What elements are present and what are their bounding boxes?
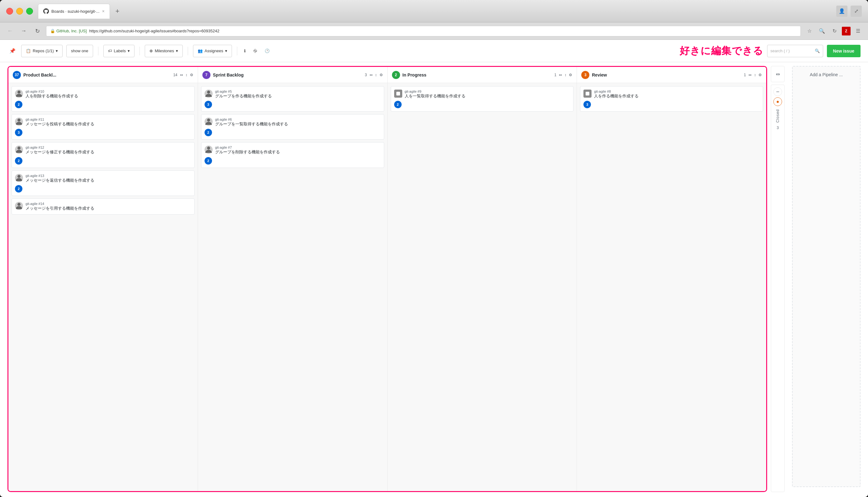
add-pipeline-column[interactable]: Add a Pipeline ... xyxy=(792,66,860,487)
svg-rect-0 xyxy=(396,92,400,96)
chevron-down-icon-2: ▾ xyxy=(128,48,130,53)
maximize-window-button[interactable] xyxy=(26,8,33,15)
address-actions: ☆ 🔍 ↻ Z ☰ xyxy=(804,26,863,36)
github-icon xyxy=(43,9,49,14)
issue-title-6: グループを一覧取得する機能を作成する xyxy=(215,121,381,127)
avatar-9 xyxy=(394,89,402,98)
column-body-sprint-backlog: git-agile #5 グループを作る機能を作成する 3 xyxy=(198,83,387,491)
col-settings-icon-1[interactable]: ⚙ xyxy=(190,73,193,77)
priority-badge-10: 2 xyxy=(15,101,23,108)
col-settings-icon-4[interactable]: ⚙ xyxy=(758,73,762,77)
milestones-button[interactable]: ⊕ Milestones ▾ xyxy=(145,45,183,57)
issue-card-6[interactable]: git-agile #6 グループを一覧取得する機能を作成する 2 xyxy=(201,114,384,140)
tab-title: Boards · suzuki-hoge/git-... xyxy=(51,9,100,14)
col-expand-icon-1[interactable]: ⇔ xyxy=(180,73,183,77)
repos-label: Repos (1/1) xyxy=(33,48,54,53)
issue-repo-5: git-agile #5 xyxy=(215,89,381,93)
col-settings-icon-3[interactable]: ⚙ xyxy=(569,73,572,77)
new-tab-button[interactable]: + xyxy=(112,6,123,16)
show-one-button[interactable]: show one xyxy=(66,45,93,57)
avatar-7 xyxy=(205,145,212,154)
minimize-window-button[interactable] xyxy=(16,8,23,15)
issue-card-7[interactable]: git-agile #7 グループを削除する機能を作成する 2 xyxy=(201,142,384,168)
info-button[interactable]: ℹ xyxy=(242,45,248,57)
expand-all-button[interactable]: ⇔ xyxy=(771,66,785,82)
issue-title-12: メッセージを修正する機能を作成する xyxy=(26,149,191,155)
issue-title-8: 人を作る機能を作成する xyxy=(594,93,760,99)
refresh-issues-button[interactable]: 🕐 xyxy=(263,45,272,57)
toolbar: 📌 📋 Repos (1/1) ▾ show one 🏷 Labels ▾ xyxy=(0,40,868,62)
milestones-label: Milestones xyxy=(155,48,174,53)
menu-button[interactable]: ☰ xyxy=(853,26,863,36)
address-input[interactable]: 🔒 GitHub, Inc. [US] https://github.com/s… xyxy=(46,26,801,37)
divider-1 xyxy=(98,47,98,55)
avatar-14 xyxy=(15,202,23,210)
tab-close-button[interactable]: × xyxy=(102,9,105,14)
issue-title-5: グループを作る機能を作成する xyxy=(215,93,381,99)
filter-button[interactable]: ⛗ xyxy=(251,45,259,57)
issue-title-11: メッセージを投稿する機能を作成する xyxy=(26,121,191,127)
fullscreen-button[interactable]: ⤢ xyxy=(851,5,862,17)
col-sort-icon-2[interactable]: ↕ xyxy=(375,73,377,77)
col-sort-icon-3[interactable]: ↕ xyxy=(564,73,566,77)
avatar-13 xyxy=(15,174,23,182)
back-button[interactable]: ← xyxy=(5,26,15,36)
tab-bar: Boards · suzuki-hoge/git-... × + xyxy=(38,4,831,19)
labels-button[interactable]: 🏷 Labels ▾ xyxy=(104,45,135,57)
column-title-review: Review xyxy=(592,72,741,77)
close-window-button[interactable] xyxy=(6,8,13,15)
badge-sprint-backlog: 7 xyxy=(202,71,210,79)
closed-circle-icon[interactable]: ● xyxy=(773,97,782,106)
search-icon: 🔍 xyxy=(815,48,820,53)
issue-card-14[interactable]: git-agile #14 メッセージを引用する機能を作成する xyxy=(12,198,195,215)
repos-button[interactable]: 📋 Repos (1/1) ▾ xyxy=(21,45,63,57)
issue-card-9[interactable]: git-agile #9 人を一覧取得する機能を作成する 2 xyxy=(391,86,574,112)
issue-repo-8: git-agile #8 xyxy=(594,89,760,93)
issue-repo-num-12: git-agile #12 xyxy=(26,145,191,149)
column-body-in-progress: git-agile #9 人を一覧取得する機能を作成する 2 xyxy=(388,83,577,491)
column-title-sprint-backlog: Sprint Backlog xyxy=(213,72,362,77)
search-placeholder: search ( / ) xyxy=(771,48,790,53)
clock-icon: 🕐 xyxy=(265,48,270,53)
active-tab[interactable]: Boards · suzuki-hoge/git-... × xyxy=(38,4,110,19)
priority-badge-11: 3 xyxy=(15,129,23,136)
issue-title-10: 人を削除する機能を作成する xyxy=(26,93,191,99)
minus-icon-button[interactable]: − xyxy=(773,87,782,96)
avatar-6 xyxy=(205,117,212,126)
col-sort-icon-1[interactable]: ↕ xyxy=(185,73,188,77)
issue-repo-num-14: git-agile #14 xyxy=(26,202,191,205)
zoom-button[interactable]: 🔍 xyxy=(817,26,827,36)
ssl-indicator: 🔒 GitHub, Inc. [US] xyxy=(50,29,87,33)
priority-badge-13: 2 xyxy=(15,185,23,193)
priority-badge-9: 2 xyxy=(394,101,402,108)
issue-card-5[interactable]: git-agile #5 グループを作る機能を作成する 3 xyxy=(201,86,384,112)
zotero-button[interactable]: Z xyxy=(842,27,851,36)
col-expand-icon-2[interactable]: ⇔ xyxy=(370,73,373,77)
new-issue-button[interactable]: New issue xyxy=(827,45,860,57)
priority-badge-8: 3 xyxy=(583,101,591,108)
issue-card-12[interactable]: git-agile #12 メッセージを修正する機能を作成する 2 xyxy=(12,142,195,168)
user-icon-button[interactable]: 👤 xyxy=(836,5,848,17)
column-count-review: 1 xyxy=(744,73,746,77)
reload-button[interactable]: ↻ xyxy=(829,26,839,36)
issue-card-11[interactable]: git-agile #11 メッセージを投稿する機能を作成する 3 xyxy=(12,114,195,140)
col-sort-icon-4[interactable]: ↕ xyxy=(754,73,756,77)
col-expand-icon-3[interactable]: ⇔ xyxy=(559,73,562,77)
assignees-button[interactable]: 👥 Assignees ▾ xyxy=(193,45,232,57)
title-bar: Boards · suzuki-hoge/git-... × + 👤 ⤢ xyxy=(0,0,868,23)
issue-repo-7: git-agile #7 xyxy=(215,145,381,149)
col-expand-icon-4[interactable]: ⇔ xyxy=(748,73,752,77)
forward-button[interactable]: → xyxy=(19,26,29,36)
col-settings-icon-2[interactable]: ⚙ xyxy=(380,73,383,77)
bookmark-button[interactable]: ☆ xyxy=(804,26,814,36)
pin-button[interactable]: 📌 xyxy=(8,45,17,57)
badge-in-progress: 2 xyxy=(392,71,400,79)
issue-card-8[interactable]: git-agile #8 人を作る機能を作成する 3 xyxy=(580,86,763,112)
issue-card-13[interactable]: git-agile #13 メッセージを返信する機能を作成する 2 xyxy=(12,170,195,196)
issue-card-10[interactable]: git-agile #10 人を削除する機能を作成する 2 xyxy=(12,86,195,112)
column-header-review: 3 Review 1 ⇔ ↕ ⚙ xyxy=(577,67,766,83)
search-box[interactable]: search ( / ) 🔍 xyxy=(767,45,823,57)
refresh-button[interactable]: ↻ xyxy=(32,26,42,36)
priority-badge-5: 3 xyxy=(205,101,212,108)
annotation-text: 好きに編集できる xyxy=(680,44,763,58)
